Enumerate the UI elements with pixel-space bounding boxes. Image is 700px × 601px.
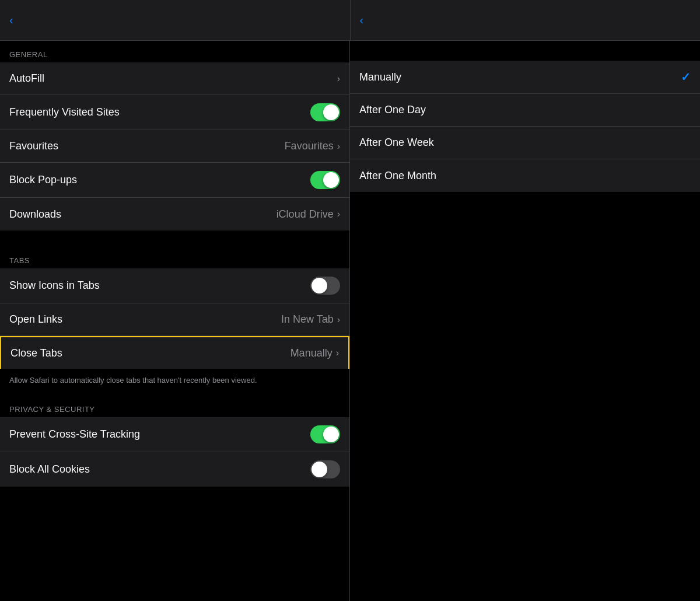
settings-row-prevent-cross-site[interactable]: Prevent Cross-Site Tracking (0, 417, 349, 452)
row-label-downloads: Downloads (9, 208, 61, 221)
toggle-block-popups[interactable] (310, 171, 340, 189)
row-right-frequently-visited (310, 103, 340, 121)
toggle-block-all-cookies[interactable] (310, 460, 340, 478)
row-right-autofill: › (337, 74, 340, 84)
row-label-favourites: Favourites (9, 140, 58, 152)
chevron-icon: › (336, 348, 339, 358)
row-right-block-all-cookies (310, 460, 340, 478)
close-tabs-option-after-one-week[interactable]: After One Week (350, 127, 700, 159)
row-right-open-links: In New Tab › (281, 313, 340, 326)
close-tabs-option-label-after-one-month: After One Month (359, 170, 436, 182)
chevron-icon: › (337, 74, 340, 84)
settings-group-tabs: Show Icons in TabsOpen LinksIn New Tab ›… (0, 268, 349, 369)
settings-row-block-all-cookies[interactable]: Block All Cookies (0, 452, 349, 487)
checkmark-icon: ✓ (681, 70, 691, 84)
toggle-knob-prevent-cross-site (323, 427, 339, 442)
settings-group-privacy-security: Prevent Cross-Site TrackingBlock All Coo… (0, 417, 349, 487)
settings-row-show-icons-tabs[interactable]: Show Icons in Tabs (0, 268, 349, 303)
row-right-favourites: Favourites › (285, 140, 340, 152)
chevron-icon: › (337, 315, 340, 325)
settings-row-autofill[interactable]: AutoFill› (0, 62, 349, 95)
section-label-general: GENERAL (0, 41, 349, 62)
row-label-frequently-visited: Frequently Visited Sites (9, 106, 120, 118)
toggle-knob-block-popups (323, 172, 339, 188)
settings-row-block-popups[interactable]: Block Pop-ups (0, 163, 349, 198)
safari-back-chevron-icon: ‹ (360, 13, 364, 27)
toggle-knob-frequently-visited (323, 104, 339, 120)
settings-row-open-links[interactable]: Open LinksIn New Tab › (0, 303, 349, 336)
chevron-icon: › (337, 209, 340, 219)
row-right-downloads: iCloud Drive › (276, 208, 340, 221)
content-area: GENERALAutoFill›Frequently Visited Sites… (0, 41, 700, 601)
right-panel-spacer-top (350, 41, 700, 61)
row-right-block-popups (310, 171, 340, 189)
close-tabs-panel: Manually✓After One DayAfter One WeekAfte… (350, 41, 700, 601)
row-label-show-icons-tabs: Show Icons in Tabs (9, 279, 100, 292)
row-label-block-all-cookies: Block All Cookies (9, 463, 90, 476)
toggle-prevent-cross-site[interactable] (310, 425, 340, 443)
settings-group-general: AutoFill›Frequently Visited SitesFavouri… (0, 62, 349, 230)
app-header: ‹ ‹ (0, 0, 700, 41)
close-tabs-option-label-after-one-day: After One Day (359, 104, 426, 116)
close-tabs-option-label-after-one-week: After One Week (359, 137, 434, 149)
chevron-icon: › (337, 141, 340, 152)
row-right-prevent-cross-site (310, 425, 340, 443)
spacer (0, 230, 349, 247)
row-label-autofill: AutoFill (9, 72, 44, 85)
close-tabs-option-after-one-day[interactable]: After One Day (350, 94, 700, 127)
close-tabs-option-manually[interactable]: Manually✓ (350, 61, 700, 94)
back-chevron-icon: ‹ (9, 13, 13, 27)
section-label-privacy-security: PRIVACY & SECURITY (0, 396, 349, 417)
row-value-favourites: Favourites (285, 140, 334, 152)
row-right-show-icons-tabs (310, 277, 340, 295)
right-header-panel: ‹ (351, 0, 701, 40)
safari-settings-panel: GENERALAutoFill›Frequently Visited Sites… (0, 41, 350, 601)
close-tabs-description: Allow Safari to automatically close tabs… (0, 369, 349, 396)
row-label-block-popups: Block Pop-ups (9, 174, 77, 186)
row-label-open-links: Open Links (9, 313, 62, 326)
toggle-show-icons-tabs[interactable] (310, 277, 340, 295)
close-tabs-options-group: Manually✓After One DayAfter One WeekAfte… (350, 61, 700, 192)
row-label-prevent-cross-site: Prevent Cross-Site Tracking (9, 428, 140, 441)
settings-back-button[interactable]: ‹ (9, 13, 16, 27)
settings-row-close-tabs[interactable]: Close TabsManually › (0, 336, 349, 369)
close-tabs-option-label-manually: Manually (359, 71, 401, 83)
left-header-panel: ‹ (0, 0, 351, 40)
toggle-knob-show-icons-tabs (312, 278, 327, 293)
row-value-downloads: iCloud Drive (276, 208, 334, 221)
settings-row-favourites[interactable]: FavouritesFavourites › (0, 130, 349, 163)
safari-back-button[interactable]: ‹ (360, 13, 366, 27)
row-value-close-tabs: Manually (290, 347, 332, 359)
row-right-close-tabs: Manually › (290, 347, 339, 359)
settings-row-downloads[interactable]: DownloadsiCloud Drive › (0, 198, 349, 230)
close-tabs-option-after-one-month[interactable]: After One Month (350, 159, 700, 192)
section-label-tabs: TABS (0, 247, 349, 268)
toggle-frequently-visited[interactable] (310, 103, 340, 121)
row-value-open-links: In New Tab (281, 313, 334, 326)
row-label-close-tabs: Close Tabs (10, 347, 62, 359)
toggle-knob-block-all-cookies (312, 462, 327, 477)
settings-row-frequently-visited[interactable]: Frequently Visited Sites (0, 95, 349, 130)
